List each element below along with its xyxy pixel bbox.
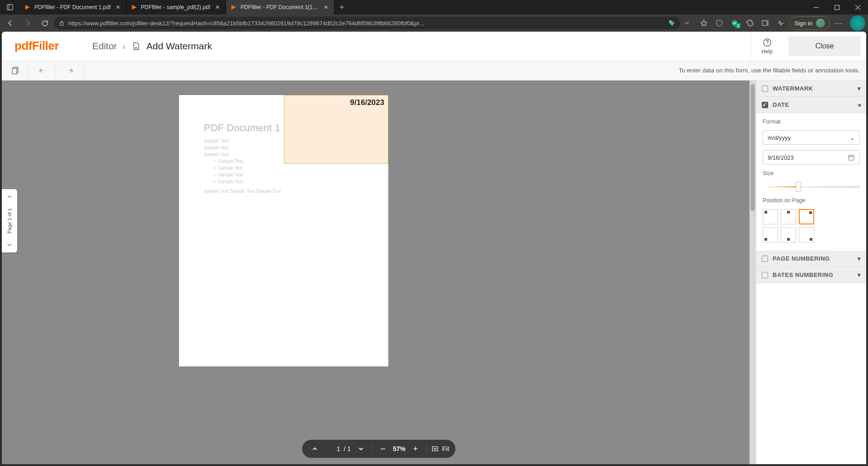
maximize-button[interactable] [826,0,847,14]
extensions-icon[interactable] [743,19,757,27]
window-controls [806,0,868,14]
new-tab-button[interactable]: + [335,0,349,14]
watermark-panel: WATERMARK ▾ ✓ DATE ◂ Format m/d/yyyy ⌄ 9… [756,81,866,464]
page-up-button[interactable] [2,192,17,202]
close-icon[interactable]: ✕ [214,4,221,11]
performance-icon[interactable] [774,19,788,27]
calendar-icon[interactable] [848,154,855,161]
section-date[interactable]: ✓ DATE ◂ [756,97,866,113]
secondary-toolbar: To enter data on this form, use the fill… [2,61,866,81]
close-icon[interactable]: ✕ [114,4,122,11]
zoom-in-button[interactable]: + [409,444,422,454]
tracking-shield-icon[interactable] [712,19,726,27]
collections-icon[interactable] [759,19,772,27]
size-slider[interactable] [763,182,860,192]
scrollbar-thumb[interactable] [750,84,755,211]
document-page[interactable]: 9/16/2023 PDF Document 1 Sample Text Sam… [179,95,388,366]
size-label: Size [763,170,860,176]
main-area: Page 1 of 1 9/16/2023 PDF Document 1 Sam… [2,81,866,464]
format-label: Format [763,119,860,125]
redo-button[interactable] [56,61,83,80]
breadcrumb-current: Add Watermark [146,41,212,52]
browser-tabs: PDFfiller - PDF Document 1.pdf ✕ PDFfill… [20,0,806,14]
page-prev-button[interactable] [308,446,321,452]
svg-rect-16 [849,155,854,160]
format-dropdown[interactable]: m/d/yyyy ⌄ [763,130,860,145]
pdffiller-favicon [231,4,237,10]
logo-box[interactable]: pdfFiller [2,39,84,53]
tab-actions-icon[interactable] [0,4,20,10]
tab-label: PDFfiller - PDF Document 1(1).pd [241,4,319,10]
position-grid [763,209,860,243]
position-top-left[interactable] [763,209,778,224]
pdffiller-favicon [131,4,137,10]
close-icon[interactable]: ✕ [322,4,330,11]
date-watermark-box[interactable]: 9/16/2023 [284,95,388,164]
vertical-scrollbar[interactable] [750,81,756,464]
tab-label: PDFfiller - sample_pdf(2).pdf [141,4,210,10]
more-menu-icon[interactable]: ⋯ [832,18,845,28]
undo-button[interactable] [29,61,56,80]
minimize-button[interactable] [806,0,826,14]
badge-count: 3 [736,23,741,28]
section-watermark[interactable]: WATERMARK ▾ [756,81,866,97]
tab-label: PDFfiller - PDF Document 1.pdf [34,4,111,10]
position-bottom-center[interactable] [781,227,796,243]
tab-1[interactable]: PDFfiller - PDF Document 1.pdf ✕ [20,0,127,14]
checkbox-icon[interactable] [762,86,768,92]
page-nav-pill: Page 1 of 1 [2,189,17,252]
page-next-button[interactable] [354,446,367,452]
position-top-right[interactable] [799,209,814,224]
favorite-icon[interactable] [697,19,711,27]
chevron-down-icon: ▾ [858,255,861,262]
section-page-numbering[interactable]: PAGE NUMBERING ▾ [756,251,866,267]
svg-rect-6 [60,23,64,25]
hint-text: To enter data on this form, use the fill… [679,67,866,74]
header-right: Help Close [750,32,866,60]
pages-panel-button[interactable] [2,61,29,80]
fit-button[interactable]: Fit [427,440,454,458]
date-input[interactable]: 9/16/2023 [763,150,860,165]
help-button[interactable]: Help [750,32,783,60]
slider-thumb[interactable] [796,182,801,192]
breadcrumb: Editor › Add Watermark [84,41,750,52]
browser-addressbar: https://www.pdffiller.com/jsfiller-desk1… [0,14,868,32]
close-button[interactable]: Close [788,36,861,56]
page-input[interactable] [325,445,340,452]
back-button[interactable] [3,16,18,30]
page-down-button[interactable] [2,240,17,250]
position-bottom-right[interactable] [799,227,814,243]
position-top-center[interactable] [781,209,796,224]
svg-point-7 [670,21,671,22]
section-bates-numbering[interactable]: BATES NUMBERING ▾ [756,267,866,283]
checkbox-icon[interactable] [762,272,768,278]
url-field[interactable]: https://www.pdffiller.com/jsfiller-desk1… [54,17,680,29]
signin-label: Sign in [794,20,812,27]
checkbox-checked-icon[interactable]: ✓ [762,102,768,108]
chevron-down-icon: ▾ [858,85,861,92]
shopping-tag-icon[interactable] [668,19,675,27]
adblock-shield-icon[interactable]: 3 [728,19,741,27]
signin-button[interactable]: Sign in [789,16,830,30]
window-close-button[interactable] [847,0,868,14]
refresh-button[interactable] [37,16,52,30]
section-label: PAGE NUMBERING [773,255,830,262]
close-label: Close [816,42,834,50]
url-text: https://www.pdffiller.com/jsfiller-desk1… [68,20,665,27]
date-watermark-text: 9/16/2023 [350,98,384,107]
zoom-out-button[interactable]: − [377,444,389,454]
breadcrumb-editor[interactable]: Editor [92,41,117,52]
avatar [816,19,825,28]
zoom-percent: 57% [393,445,406,452]
checkbox-icon[interactable] [762,256,768,262]
zoom-toolbar: / 1 − 57% + Fit [302,440,455,458]
tab-2[interactable]: PDFfiller - sample_pdf(2).pdf ✕ [127,0,226,14]
watermark-page-icon [131,41,141,51]
tab-3[interactable]: PDFfiller - PDF Document 1(1).pd ✕ [226,0,335,14]
bing-button[interactable] [850,15,865,31]
position-bottom-left[interactable] [763,227,778,243]
fit-label: Fit [442,445,449,452]
position-label: Position on Page [763,197,860,204]
read-aloud-icon[interactable]: A⁾ [682,19,695,27]
canvas[interactable]: Page 1 of 1 9/16/2023 PDF Document 1 Sam… [2,81,756,464]
